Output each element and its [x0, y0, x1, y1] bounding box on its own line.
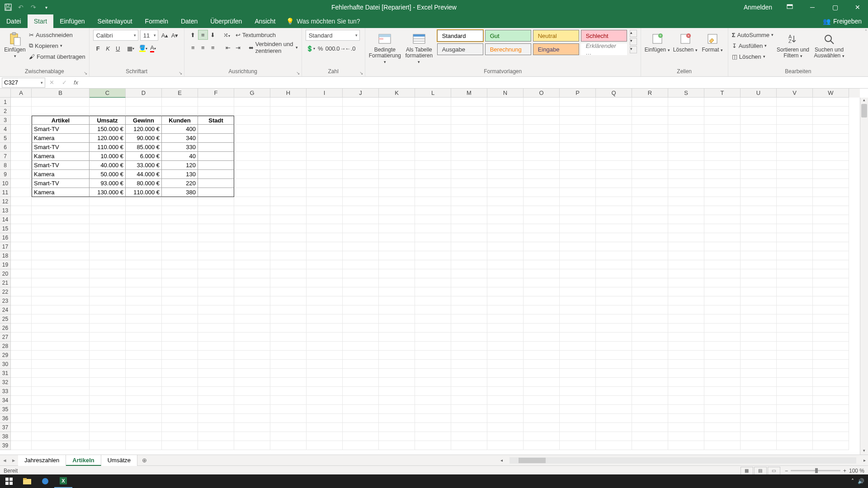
- cell-F25[interactable]: [198, 314, 234, 324]
- cell-S6[interactable]: [668, 143, 704, 152]
- cell-R8[interactable]: [632, 161, 668, 170]
- cell-H30[interactable]: [270, 360, 307, 369]
- cell-G9[interactable]: [234, 170, 270, 179]
- cell-J2[interactable]: [343, 107, 379, 116]
- cell-U9[interactable]: [741, 170, 777, 179]
- cell-W20[interactable]: [813, 269, 849, 278]
- cell-A22[interactable]: [11, 287, 32, 296]
- cell-K4[interactable]: [379, 125, 415, 134]
- cell-A20[interactable]: [11, 269, 32, 278]
- cell-R21[interactable]: [632, 278, 668, 287]
- cell-G34[interactable]: [234, 396, 270, 405]
- cell-I20[interactable]: [307, 269, 343, 278]
- cell-N39[interactable]: [487, 441, 524, 450]
- cell-L10[interactable]: [415, 179, 451, 188]
- cell-J33[interactable]: [343, 387, 379, 396]
- cell-O6[interactable]: [524, 143, 560, 152]
- cell-L27[interactable]: [415, 333, 451, 342]
- cell-K9[interactable]: [379, 170, 415, 179]
- cell-R23[interactable]: [632, 296, 668, 305]
- cell-C1[interactable]: [90, 98, 126, 107]
- cell-W37[interactable]: [813, 423, 849, 432]
- cell-D2[interactable]: [126, 107, 162, 116]
- cell-W26[interactable]: [813, 324, 849, 333]
- cell-D6[interactable]: 85.000 €: [126, 143, 162, 152]
- cell-U29[interactable]: [741, 351, 777, 360]
- cell-O30[interactable]: [524, 360, 560, 369]
- col-header-K[interactable]: K: [379, 89, 415, 98]
- cell-D4[interactable]: 120.000 €: [126, 125, 162, 134]
- cell-V6[interactable]: [777, 143, 813, 152]
- cell-I7[interactable]: [307, 152, 343, 161]
- cell-U37[interactable]: [741, 423, 777, 432]
- cell-A10[interactable]: [11, 179, 32, 188]
- cell-F37[interactable]: [198, 423, 234, 432]
- cell-U30[interactable]: [741, 360, 777, 369]
- cell-O23[interactable]: [524, 296, 560, 305]
- cell-F30[interactable]: [198, 360, 234, 369]
- cell-M1[interactable]: [451, 98, 487, 107]
- increase-indent-button[interactable]: ⇥: [233, 42, 243, 52]
- col-header-W[interactable]: W: [813, 89, 849, 98]
- cell-A33[interactable]: [11, 387, 32, 396]
- cell-N15[interactable]: [487, 224, 524, 233]
- cell-O13[interactable]: [524, 206, 560, 215]
- cell-B2[interactable]: [32, 107, 90, 116]
- cell-U12[interactable]: [741, 197, 777, 206]
- cell-P24[interactable]: [560, 305, 596, 314]
- cell-L30[interactable]: [415, 360, 451, 369]
- cell-C23[interactable]: [90, 296, 126, 305]
- cell-B5[interactable]: Kamera: [32, 134, 90, 143]
- cell-Q24[interactable]: [596, 305, 632, 314]
- cell-C16[interactable]: [90, 233, 126, 242]
- cell-N34[interactable]: [487, 396, 524, 405]
- horizontal-scrollbar[interactable]: [509, 457, 856, 464]
- cell-O29[interactable]: [524, 351, 560, 360]
- copy-button[interactable]: ⧉Kopieren ▾: [29, 41, 85, 51]
- cell-W39[interactable]: [813, 441, 849, 450]
- cell-C37[interactable]: [90, 423, 126, 432]
- cell-Q26[interactable]: [596, 324, 632, 333]
- cell-R17[interactable]: [632, 242, 668, 251]
- cell-P22[interactable]: [560, 287, 596, 296]
- cell-R5[interactable]: [632, 134, 668, 143]
- cell-E20[interactable]: [162, 269, 198, 278]
- cell-V1[interactable]: [777, 98, 813, 107]
- cell-B6[interactable]: Smart-TV: [32, 143, 90, 152]
- cell-C30[interactable]: [90, 360, 126, 369]
- tray-volume-icon[interactable]: 🔊: [858, 478, 864, 484]
- cell-H13[interactable]: [270, 206, 307, 215]
- cell-T25[interactable]: [704, 314, 741, 324]
- cell-O9[interactable]: [524, 170, 560, 179]
- cell-V20[interactable]: [777, 269, 813, 278]
- cell-M9[interactable]: [451, 170, 487, 179]
- cell-B16[interactable]: [32, 233, 90, 242]
- cell-T21[interactable]: [704, 278, 741, 287]
- cell-C21[interactable]: [90, 278, 126, 287]
- cell-N20[interactable]: [487, 269, 524, 278]
- cell-T23[interactable]: [704, 296, 741, 305]
- cell-H26[interactable]: [270, 324, 307, 333]
- cell-J13[interactable]: [343, 206, 379, 215]
- cell-B12[interactable]: [32, 197, 90, 206]
- cell-H16[interactable]: [270, 233, 307, 242]
- cell-F5[interactable]: [198, 134, 234, 143]
- cell-U4[interactable]: [741, 125, 777, 134]
- cell-D13[interactable]: [126, 206, 162, 215]
- cell-S7[interactable]: [668, 152, 704, 161]
- cell-K24[interactable]: [379, 305, 415, 314]
- cell-F28[interactable]: [198, 342, 234, 351]
- cell-T24[interactable]: [704, 305, 741, 314]
- cell-P5[interactable]: [560, 134, 596, 143]
- cell-P38[interactable]: [560, 432, 596, 441]
- cell-R14[interactable]: [632, 215, 668, 224]
- cell-U33[interactable]: [741, 387, 777, 396]
- cell-G23[interactable]: [234, 296, 270, 305]
- cell-Q23[interactable]: [596, 296, 632, 305]
- cell-G11[interactable]: [234, 188, 270, 197]
- cell-N4[interactable]: [487, 125, 524, 134]
- cell-P26[interactable]: [560, 324, 596, 333]
- cell-L1[interactable]: [415, 98, 451, 107]
- cell-K36[interactable]: [379, 414, 415, 423]
- cell-I21[interactable]: [307, 278, 343, 287]
